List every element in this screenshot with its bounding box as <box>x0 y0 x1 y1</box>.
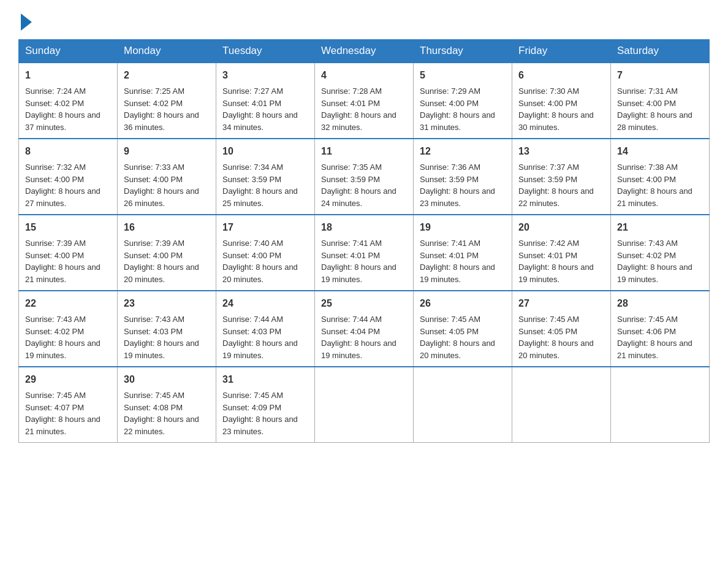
day-info: Sunrise: 7:30 AMSunset: 4:00 PMDaylight:… <box>518 86 594 132</box>
day-info: Sunrise: 7:43 AMSunset: 4:02 PMDaylight:… <box>25 315 100 360</box>
day-info: Sunrise: 7:45 AMSunset: 4:05 PMDaylight:… <box>420 315 495 360</box>
day-number: 26 <box>420 296 506 311</box>
day-info: Sunrise: 7:32 AMSunset: 4:00 PMDaylight:… <box>25 163 100 208</box>
calendar-cell <box>414 367 512 443</box>
day-number: 29 <box>25 372 111 387</box>
day-info: Sunrise: 7:42 AMSunset: 4:01 PMDaylight:… <box>518 239 594 284</box>
day-number: 12 <box>420 144 506 159</box>
calendar-cell <box>512 367 611 443</box>
day-info: Sunrise: 7:28 AMSunset: 4:01 PMDaylight:… <box>321 86 396 132</box>
calendar-week-row-2: 8Sunrise: 7:32 AMSunset: 4:00 PMDaylight… <box>19 139 710 215</box>
calendar-cell: 30Sunrise: 7:45 AMSunset: 4:08 PMDayligh… <box>118 367 216 443</box>
calendar-cell: 8Sunrise: 7:32 AMSunset: 4:00 PMDaylight… <box>19 139 118 215</box>
calendar-cell: 19Sunrise: 7:41 AMSunset: 4:01 PMDayligh… <box>414 215 512 291</box>
day-number: 18 <box>321 220 407 235</box>
calendar-cell: 17Sunrise: 7:40 AMSunset: 4:00 PMDayligh… <box>216 215 315 291</box>
calendar-week-row-1: 1Sunrise: 7:24 AMSunset: 4:02 PMDaylight… <box>19 63 710 139</box>
calendar-cell: 25Sunrise: 7:44 AMSunset: 4:04 PMDayligh… <box>315 291 414 367</box>
day-number: 17 <box>222 220 308 235</box>
day-info: Sunrise: 7:45 AMSunset: 4:06 PMDaylight:… <box>617 315 692 360</box>
day-info: Sunrise: 7:36 AMSunset: 3:59 PMDaylight:… <box>420 163 495 208</box>
weekday-header-friday: Friday <box>512 40 611 63</box>
day-number: 16 <box>124 220 210 235</box>
weekday-header-thursday: Thursday <box>414 40 512 63</box>
day-info: Sunrise: 7:45 AMSunset: 4:09 PMDaylight:… <box>222 391 298 436</box>
day-number: 13 <box>518 144 604 159</box>
day-number: 9 <box>124 144 210 159</box>
page-header <box>18 12 710 28</box>
weekday-header-saturday: Saturday <box>611 40 710 63</box>
day-number: 6 <box>518 68 604 83</box>
calendar-cell: 7Sunrise: 7:31 AMSunset: 4:00 PMDaylight… <box>611 63 710 139</box>
calendar-table: SundayMondayTuesdayWednesdayThursdayFrid… <box>18 39 710 443</box>
day-info: Sunrise: 7:44 AMSunset: 4:04 PMDaylight:… <box>321 315 396 360</box>
day-info: Sunrise: 7:25 AMSunset: 4:02 PMDaylight:… <box>124 86 199 132</box>
calendar-cell: 15Sunrise: 7:39 AMSunset: 4:00 PMDayligh… <box>19 215 118 291</box>
weekday-header-monday: Monday <box>118 40 216 63</box>
day-number: 31 <box>222 372 308 387</box>
calendar-week-row-5: 29Sunrise: 7:45 AMSunset: 4:07 PMDayligh… <box>19 367 710 443</box>
calendar-cell: 9Sunrise: 7:33 AMSunset: 4:00 PMDaylight… <box>118 139 216 215</box>
day-info: Sunrise: 7:37 AMSunset: 3:59 PMDaylight:… <box>518 163 594 208</box>
day-number: 21 <box>617 220 703 235</box>
weekday-header-wednesday: Wednesday <box>315 40 414 63</box>
calendar-cell: 21Sunrise: 7:43 AMSunset: 4:02 PMDayligh… <box>611 215 710 291</box>
day-number: 1 <box>25 68 111 83</box>
day-number: 28 <box>617 296 703 311</box>
day-number: 22 <box>25 296 111 311</box>
day-info: Sunrise: 7:35 AMSunset: 3:59 PMDaylight:… <box>321 163 396 208</box>
calendar-cell: 4Sunrise: 7:28 AMSunset: 4:01 PMDaylight… <box>315 63 414 139</box>
day-info: Sunrise: 7:31 AMSunset: 4:00 PMDaylight:… <box>617 86 692 132</box>
weekday-header-row: SundayMondayTuesdayWednesdayThursdayFrid… <box>19 40 710 63</box>
weekday-header-tuesday: Tuesday <box>216 40 315 63</box>
day-number: 7 <box>617 68 703 83</box>
day-number: 5 <box>420 68 506 83</box>
calendar-cell: 14Sunrise: 7:38 AMSunset: 4:00 PMDayligh… <box>611 139 710 215</box>
calendar-cell: 3Sunrise: 7:27 AMSunset: 4:01 PMDaylight… <box>216 63 315 139</box>
day-info: Sunrise: 7:43 AMSunset: 4:02 PMDaylight:… <box>617 239 692 284</box>
day-info: Sunrise: 7:40 AMSunset: 4:00 PMDaylight:… <box>222 239 298 284</box>
day-info: Sunrise: 7:38 AMSunset: 4:00 PMDaylight:… <box>617 163 692 208</box>
day-info: Sunrise: 7:41 AMSunset: 4:01 PMDaylight:… <box>420 239 495 284</box>
day-info: Sunrise: 7:39 AMSunset: 4:00 PMDaylight:… <box>25 239 100 284</box>
day-number: 24 <box>222 296 308 311</box>
day-number: 19 <box>420 220 506 235</box>
day-info: Sunrise: 7:27 AMSunset: 4:01 PMDaylight:… <box>222 86 298 132</box>
day-number: 14 <box>617 144 703 159</box>
calendar-cell: 29Sunrise: 7:45 AMSunset: 4:07 PMDayligh… <box>19 367 118 443</box>
day-number: 27 <box>518 296 604 311</box>
day-info: Sunrise: 7:34 AMSunset: 3:59 PMDaylight:… <box>222 163 298 208</box>
day-info: Sunrise: 7:39 AMSunset: 4:00 PMDaylight:… <box>124 239 199 284</box>
logo <box>18 12 32 28</box>
day-number: 30 <box>124 372 210 387</box>
calendar-cell: 11Sunrise: 7:35 AMSunset: 3:59 PMDayligh… <box>315 139 414 215</box>
calendar-cell: 31Sunrise: 7:45 AMSunset: 4:09 PMDayligh… <box>216 367 315 443</box>
calendar-cell: 5Sunrise: 7:29 AMSunset: 4:00 PMDaylight… <box>414 63 512 139</box>
day-number: 25 <box>321 296 407 311</box>
calendar-cell: 24Sunrise: 7:44 AMSunset: 4:03 PMDayligh… <box>216 291 315 367</box>
calendar-cell <box>315 367 414 443</box>
calendar-cell <box>611 367 710 443</box>
day-number: 8 <box>25 144 111 159</box>
day-number: 20 <box>518 220 604 235</box>
calendar-cell: 12Sunrise: 7:36 AMSunset: 3:59 PMDayligh… <box>414 139 512 215</box>
calendar-cell: 23Sunrise: 7:43 AMSunset: 4:03 PMDayligh… <box>118 291 216 367</box>
calendar-cell: 2Sunrise: 7:25 AMSunset: 4:02 PMDaylight… <box>118 63 216 139</box>
day-info: Sunrise: 7:45 AMSunset: 4:08 PMDaylight:… <box>124 391 199 436</box>
day-number: 15 <box>25 220 111 235</box>
day-info: Sunrise: 7:45 AMSunset: 4:05 PMDaylight:… <box>518 315 594 360</box>
calendar-cell: 16Sunrise: 7:39 AMSunset: 4:00 PMDayligh… <box>118 215 216 291</box>
day-number: 11 <box>321 144 407 159</box>
calendar-cell: 28Sunrise: 7:45 AMSunset: 4:06 PMDayligh… <box>611 291 710 367</box>
calendar-week-row-4: 22Sunrise: 7:43 AMSunset: 4:02 PMDayligh… <box>19 291 710 367</box>
calendar-cell: 22Sunrise: 7:43 AMSunset: 4:02 PMDayligh… <box>19 291 118 367</box>
day-info: Sunrise: 7:45 AMSunset: 4:07 PMDaylight:… <box>25 391 100 436</box>
logo-arrow-icon <box>21 13 32 31</box>
calendar-cell: 26Sunrise: 7:45 AMSunset: 4:05 PMDayligh… <box>414 291 512 367</box>
calendar-cell: 1Sunrise: 7:24 AMSunset: 4:02 PMDaylight… <box>19 63 118 139</box>
day-info: Sunrise: 7:33 AMSunset: 4:00 PMDaylight:… <box>124 163 199 208</box>
calendar-cell: 10Sunrise: 7:34 AMSunset: 3:59 PMDayligh… <box>216 139 315 215</box>
calendar-cell: 20Sunrise: 7:42 AMSunset: 4:01 PMDayligh… <box>512 215 611 291</box>
calendar-cell: 18Sunrise: 7:41 AMSunset: 4:01 PMDayligh… <box>315 215 414 291</box>
day-number: 23 <box>124 296 210 311</box>
